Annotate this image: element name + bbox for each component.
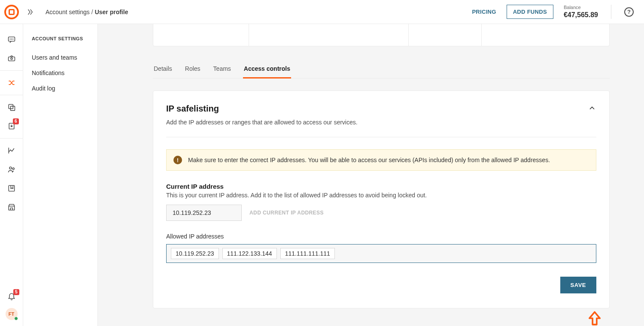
current-ip-title: Current IP address [166, 183, 596, 190]
rail-store-icon[interactable] [0, 198, 23, 217]
ip-chip[interactable]: 10.119.252.23 [171, 248, 219, 259]
rail-copy-icon[interactable] [0, 98, 23, 117]
warning-alert: ! Make sure to enter the correct IP addr… [166, 149, 596, 171]
svg-point-3 [12, 39, 13, 39]
svg-point-1 [10, 39, 10, 39]
sidebar-title: ACCOUNT SETTINGS [32, 36, 97, 41]
notifications-bell-icon[interactable]: 5 [7, 292, 16, 302]
svg-point-10 [12, 168, 14, 169]
add-funds-button[interactable]: ADD FUNDS [507, 5, 553, 19]
warning-text: Make sure to enter the correct IP addres… [188, 157, 550, 163]
warning-icon: ! [173, 156, 182, 164]
avatar-initials: FT [9, 311, 14, 317]
svg-rect-6 [9, 104, 13, 109]
summary-card-remnant [153, 24, 610, 46]
svg-rect-7 [10, 106, 15, 111]
notifications-badge: 5 [13, 289, 19, 295]
status-dot-icon [14, 317, 18, 320]
balance-value: €47,565.89 [564, 11, 598, 19]
app-logo[interactable] [0, 0, 23, 24]
ip-safelisting-panel: IP safelisting Add the IP addresses or r… [153, 91, 610, 308]
chevron-up-icon[interactable] [588, 104, 596, 114]
tab-roles[interactable]: Roles [184, 61, 201, 78]
add-current-ip-button[interactable]: ADD CURRENT IP ADDRESS [249, 210, 324, 216]
help-icon[interactable]: ? [624, 7, 634, 17]
attention-arrow-icon [153, 311, 610, 326]
allowed-ip-input[interactable]: 10.119.252.23 111.122.133.144 111.111.11… [166, 244, 596, 263]
save-button[interactable]: SAVE [560, 277, 596, 293]
rail-download-icon[interactable]: 6 [0, 117, 23, 136]
rail-analytics-icon[interactable] [0, 141, 23, 160]
tab-access-controls[interactable]: Access controls [243, 61, 291, 78]
rail-people-icon[interactable] [0, 160, 23, 179]
rail-bookmark-icon[interactable] [0, 179, 23, 198]
breadcrumb-parent[interactable]: Account settings [46, 9, 90, 15]
ip-chip[interactable]: 111.122.133.144 [222, 248, 277, 259]
svg-rect-4 [8, 57, 15, 61]
sidebar-item-notifications[interactable]: Notifications [32, 65, 97, 81]
balance-label: Balance [564, 5, 598, 10]
pricing-link[interactable]: PRICING [472, 9, 496, 15]
rail-camera-icon[interactable] [0, 49, 23, 68]
svg-point-9 [9, 167, 12, 169]
sidebar-item-users-and-teams[interactable]: Users and teams [32, 50, 97, 65]
panel-title: IP safelisting [166, 104, 358, 114]
rail-download-badge: 6 [13, 118, 19, 124]
sidebar-item-audit-log[interactable]: Audit log [32, 81, 97, 96]
tabs: Details Roles Teams Access controls [153, 61, 610, 78]
rail-shuffle-icon[interactable] [0, 73, 23, 92]
svg-point-5 [10, 58, 12, 60]
ip-chip[interactable]: 111.111.111.111 [280, 248, 335, 259]
allowed-ip-title: Allowed IP addresses [166, 233, 596, 240]
avatar[interactable]: FT [6, 308, 18, 320]
svg-point-2 [11, 39, 12, 39]
balance-block: Balance €47,565.89 [564, 5, 611, 18]
current-ip-value: 10.119.252.23 [166, 205, 242, 221]
panel-subtitle: Add the IP addresses or ranges that are … [166, 119, 358, 126]
breadcrumb: Account settings / User profile [46, 9, 128, 15]
current-ip-desc: This is your current IP address. Add it … [166, 192, 596, 199]
breadcrumb-separator: / [91, 9, 93, 15]
rail-chat-icon[interactable] [0, 30, 23, 49]
breadcrumb-current: User profile [95, 9, 128, 15]
tab-details[interactable]: Details [153, 61, 173, 78]
expand-sidebar-icon[interactable] [25, 7, 35, 17]
tab-teams[interactable]: Teams [213, 61, 232, 78]
